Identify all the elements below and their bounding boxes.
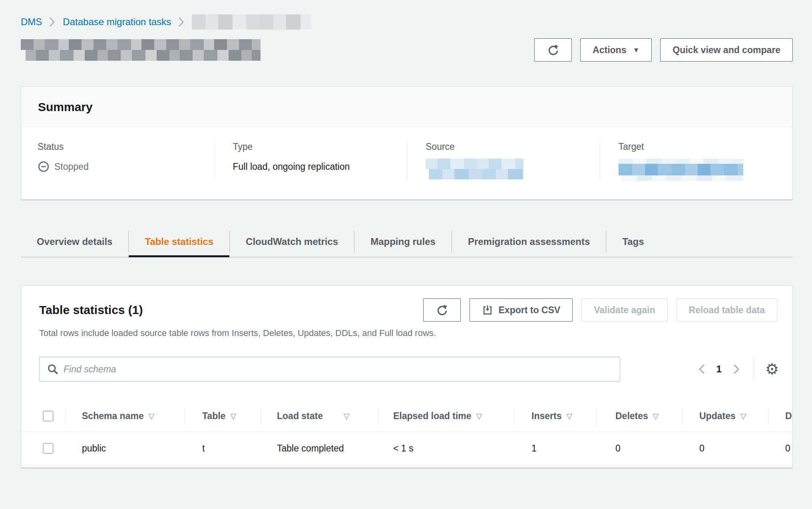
type-value: Full load, ongoing replication xyxy=(233,159,398,175)
refresh-icon xyxy=(547,44,559,56)
column-label: Table xyxy=(202,411,225,422)
summary-fields: Status Stopped Type Full load, ongoing r… xyxy=(21,127,792,199)
chevron-right-icon xyxy=(178,17,185,27)
tab-premigration-assessments[interactable]: Premigration assessments xyxy=(452,226,606,257)
table-statistics-header: Table statistics (1) Export to CSV Valid… xyxy=(39,298,777,322)
summary-field-source: Source xyxy=(407,141,600,181)
current-page-number: 1 xyxy=(716,364,722,375)
column-divider xyxy=(66,407,66,425)
gear-icon: ⚙ xyxy=(765,361,779,378)
column-label: Elapsed load time xyxy=(393,411,472,422)
status-value: Stopped xyxy=(38,159,205,175)
sort-icon[interactable]: ▽ xyxy=(653,412,659,421)
page: DMS Database migration tasks Actions ▼ Q… xyxy=(0,0,812,468)
sort-icon[interactable]: ▽ xyxy=(149,412,155,421)
select-all-checkbox[interactable] xyxy=(43,411,54,422)
refresh-icon xyxy=(436,304,448,316)
previous-page-button[interactable] xyxy=(697,363,707,376)
sort-icon[interactable]: ▽ xyxy=(566,412,572,421)
next-page-button[interactable] xyxy=(731,363,742,376)
summary-field-status: Status Stopped xyxy=(21,141,214,181)
chevron-left-icon xyxy=(697,363,707,376)
page-title-redacted xyxy=(21,39,261,61)
column-divider xyxy=(185,407,185,425)
summary-card-header: Summary xyxy=(21,87,792,127)
status-text: Stopped xyxy=(54,161,89,172)
sort-icon[interactable]: ▽ xyxy=(344,412,350,421)
pagination: 1 ⚙ xyxy=(697,358,779,380)
stopped-status-icon xyxy=(38,161,50,173)
column-label: Deletes xyxy=(615,411,648,422)
column-label: Inserts xyxy=(531,411,561,422)
header-cell-load-state[interactable]: Load state ▽ xyxy=(261,401,378,431)
breadcrumb: DMS Database migration tasks xyxy=(21,14,793,30)
table-row[interactable]: public t Table completed < 1 s 1 0 0 0 xyxy=(21,432,793,465)
table-controls: 1 ⚙ xyxy=(39,357,779,382)
header-cell-elapsed-load-time[interactable]: Elapsed load time ▽ xyxy=(378,401,514,431)
target-value xyxy=(619,159,783,181)
chevron-right-icon xyxy=(731,363,742,376)
header-cell-schema-name[interactable]: Schema name ▽ xyxy=(66,401,185,431)
header-cell-updates[interactable]: Updates ▽ xyxy=(682,401,768,431)
table-statistics-description: Total rows include loaded source table r… xyxy=(39,328,774,338)
sort-icon[interactable]: ▽ xyxy=(476,412,482,421)
refresh-button[interactable] xyxy=(534,38,572,62)
tab-tags[interactable]: Tags xyxy=(606,226,660,257)
column-label: Load state xyxy=(277,411,323,422)
summary-field-target: Target xyxy=(600,141,793,181)
find-schema-input[interactable] xyxy=(39,357,620,382)
breadcrumb-link-dms[interactable]: DMS xyxy=(21,16,42,28)
download-icon xyxy=(482,304,493,316)
row-cell-deletes: 0 xyxy=(596,432,682,465)
row-cell-updates: 0 xyxy=(682,432,768,465)
summary-title: Summary xyxy=(38,100,774,114)
caret-down-icon: ▼ xyxy=(633,47,639,54)
pagination-divider xyxy=(754,358,754,380)
actions-button-label: Actions xyxy=(593,45,626,56)
reload-table-data-button[interactable]: Reload table data xyxy=(677,298,777,322)
table-header-row: Schema name ▽ Table ▽ Load state ▽ Elaps… xyxy=(21,401,793,432)
tab-cloudwatch-metrics[interactable]: CloudWatch metrics xyxy=(230,226,354,257)
column-divider xyxy=(596,407,597,425)
chevron-right-icon xyxy=(49,17,56,27)
actions-button[interactable]: Actions ▼ xyxy=(580,38,652,62)
row-cell-inserts: 1 xyxy=(514,432,596,465)
tab-overview-details[interactable]: Overview details xyxy=(21,226,128,257)
table-statistics-actions: Export to CSV Validate again Reload tabl… xyxy=(423,298,777,322)
export-to-csv-label: Export to CSV xyxy=(499,305,561,316)
sort-icon[interactable]: ▽ xyxy=(740,412,746,421)
column-divider xyxy=(682,407,683,425)
header-cell-table[interactable]: Table ▽ xyxy=(185,401,261,431)
quick-view-and-compare-button[interactable]: Quick view and compare xyxy=(660,38,793,62)
source-label: Source xyxy=(426,141,590,152)
source-link-redacted[interactable] xyxy=(426,159,523,179)
column-label: Schema name xyxy=(82,411,144,422)
row-cell-table: t xyxy=(185,432,261,465)
validate-again-button[interactable]: Validate again xyxy=(581,298,667,322)
summary-card: Summary Status Stopped Type Full load, o… xyxy=(21,86,793,200)
sort-icon[interactable]: ▽ xyxy=(230,412,236,421)
breadcrumb-link-tasks[interactable]: Database migration tasks xyxy=(63,16,171,28)
row-cell-ddls: 0 xyxy=(768,432,793,465)
row-cell-elapsed-load-time: < 1 s xyxy=(378,432,514,465)
row-cell-schema-name: public xyxy=(66,432,185,465)
row-checkbox[interactable] xyxy=(43,443,54,454)
table-statistics-title: Table statistics (1) xyxy=(39,303,143,317)
export-to-csv-button[interactable]: Export to CSV xyxy=(470,298,573,322)
target-link-redacted[interactable] xyxy=(619,159,743,181)
header-cell-ddls[interactable]: D xyxy=(768,401,793,431)
source-value xyxy=(426,159,590,179)
type-label: Type xyxy=(233,141,398,152)
header-cell-inserts[interactable]: Inserts ▽ xyxy=(514,401,596,431)
header-cell-deletes[interactable]: Deletes ▽ xyxy=(596,401,682,431)
column-divider xyxy=(514,407,515,425)
page-header: Actions ▼ Quick view and compare xyxy=(21,38,793,62)
preferences-button[interactable]: ⚙ xyxy=(765,362,779,377)
tab-mapping-rules[interactable]: Mapping rules xyxy=(354,226,452,257)
column-divider xyxy=(378,407,378,425)
table-statistics-card: Table statistics (1) Export to CSV Valid… xyxy=(21,285,793,468)
table-refresh-button[interactable] xyxy=(423,298,461,322)
row-cell-select xyxy=(21,432,66,465)
tab-table-statistics[interactable]: Table statistics xyxy=(129,226,229,257)
header-cell-select xyxy=(21,401,66,431)
